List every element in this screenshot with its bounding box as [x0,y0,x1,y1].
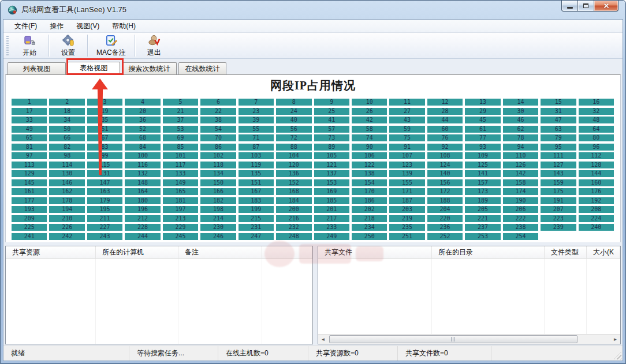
ip-cell: 199 [239,206,274,213]
col-remark[interactable]: 备注 [178,246,262,258]
ip-cell: 26 [352,108,387,115]
status-bar: 就绪 等待搜索任务... 在线主机数=0 共享资源数=0 共享文件数=0 [3,346,623,361]
title-bar[interactable]: 局域网查看工具(LanSee) V1.75 [1,1,625,19]
ip-cell: 91 [389,144,424,151]
ip-cell: 58 [352,126,387,133]
ip-cell: 251 [389,233,424,240]
ip-cell: 130 [49,170,84,177]
col-size[interactable]: 大小(K [587,246,620,258]
ip-cell: 189 [465,197,500,204]
ip-cell: 94 [503,144,538,151]
ip-cell: 18 [49,108,84,115]
ip-cell: 25 [314,108,349,115]
ip-cell: 145 [12,179,47,186]
tab-list-view[interactable]: 列表视图 [8,62,66,74]
col-directory[interactable]: 所在的目录 [432,246,545,258]
menu-view[interactable]: 视图(V) [70,20,106,33]
menu-file[interactable]: 文件(F) [8,20,43,33]
ip-cell: 226 [49,224,84,231]
ip-cell: 54 [200,126,236,133]
minimize-button[interactable] [561,1,578,12]
ip-cell: 37 [163,117,198,123]
ip-cell: 250 [352,233,387,240]
ip-cell: 63 [541,126,576,133]
menu-help[interactable]: 帮助(H) [106,20,142,33]
ip-cell: 119 [239,162,274,168]
ip-cell: 24 [276,108,311,115]
ip-cell: 223 [541,215,576,222]
ip-cell: 240 [579,224,614,231]
shared-files-body[interactable] [318,259,620,334]
ip-cell: 154 [352,179,387,186]
shared-resources-panel: 共享资源 所在的计算机 备注 [5,246,313,344]
ip-cell: 194 [49,206,84,213]
ip-cell: 217 [314,215,349,222]
ip-cell: 79 [541,134,576,141]
ip-cell: 135 [239,170,274,177]
col-shared-resource[interactable]: 共享资源 [6,246,96,258]
ip-cell: 212 [125,215,160,222]
ip-cell: 253 [465,233,500,240]
ip-cell: 244 [125,233,160,240]
ip-cell: 206 [503,206,538,213]
ip-cell: 158 [503,179,538,186]
scrollbar-thumb[interactable] [329,335,577,343]
shared-resources-body[interactable] [6,259,312,344]
settings-button[interactable]: 设置 [52,33,84,59]
ip-cell: 41 [314,117,349,123]
ip-cell: 200 [276,206,311,213]
ip-cell: 147 [87,179,122,186]
ip-cell: 121 [314,162,349,168]
ip-cell: 10 [352,99,387,106]
ip-cell: 247 [239,233,274,240]
ip-cell: 163 [87,188,122,195]
ip-cell: 146 [49,179,84,186]
window-title: 局域网查看工具(LanSee) V1.75 [21,5,126,15]
ip-cell: 126 [503,162,538,168]
col-empty[interactable] [262,246,312,258]
toolbar-grip[interactable] [6,36,9,55]
ip-cell: 156 [427,179,463,186]
ip-cell: 228 [125,224,160,231]
ip-cell: 64 [579,126,614,133]
horizontal-scrollbar[interactable]: ◄ ► [318,334,620,344]
ip-cell: 48 [579,117,614,123]
start-button[interactable]: 开始 [13,33,46,59]
scroll-left-icon[interactable]: ◄ [318,335,328,344]
ip-cell: 137 [314,170,349,177]
scroll-right-icon[interactable]: ► [610,335,620,344]
annotation-red-arrow-icon [92,78,109,175]
tab-online-count-stats[interactable]: 在线数统计 [178,62,226,74]
ip-cell: 213 [163,215,198,222]
restore-button[interactable] [578,1,594,12]
ip-cell: 96 [579,144,614,151]
mac-note-button[interactable]: MAC备注 [91,33,132,59]
ip-cell: 49 [12,126,47,133]
tab-search-count-stats[interactable]: 搜索次数统计 [122,62,177,74]
ip-cell: 209 [12,215,47,222]
ip-cell: 232 [276,224,311,231]
ip-cell: 252 [427,233,463,240]
ip-cell: 173 [465,188,500,195]
ip-cell: 181 [163,197,198,204]
ip-cell: 170 [352,188,387,195]
col-file-type[interactable]: 文件类型 [545,246,587,258]
ip-cell: 185 [314,197,349,204]
ip-cell: 140 [427,170,463,177]
ip-cell: 195 [87,206,122,213]
gear-icon [62,34,75,47]
ip-cell: 207 [541,206,576,213]
exit-button[interactable]: 退出 [138,33,170,59]
close-button[interactable] [594,1,618,12]
col-host-computer[interactable]: 所在的计算机 [96,246,178,258]
ip-cell: 225 [12,224,47,231]
ip-cell: 34 [49,117,84,123]
ip-cell: 139 [389,170,424,177]
scrollbar-track[interactable] [328,335,610,344]
ip-cell: 52 [125,126,160,133]
ip-cell: 143 [541,170,576,177]
ip-cell: 17 [12,108,47,115]
col-shared-file[interactable]: 共享文件 [318,246,432,258]
menu-actions[interactable]: 操作 [43,20,70,33]
ip-cell: 102 [200,152,236,159]
